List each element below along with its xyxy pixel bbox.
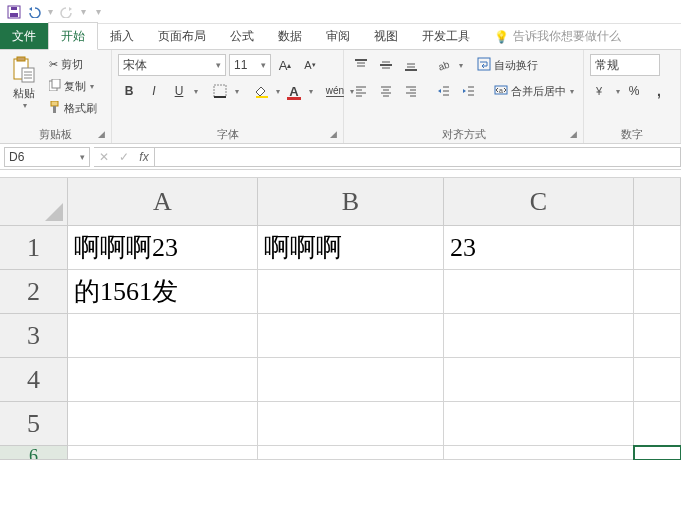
chevron-down-icon: ▾ — [235, 87, 239, 96]
tab-file[interactable]: 文件 — [0, 23, 48, 49]
cell-a6[interactable] — [68, 446, 258, 460]
bold-button[interactable]: B — [118, 80, 140, 102]
cell-d3[interactable] — [634, 314, 681, 358]
dialog-launcher-icon[interactable]: ◢ — [98, 129, 105, 139]
formula-bar: D6▾ ✕ ✓ fx — [0, 144, 681, 170]
copy-icon — [49, 79, 61, 93]
tab-data[interactable]: 数据 — [266, 23, 314, 49]
accounting-format-button[interactable]: ¥ — [590, 80, 612, 102]
cancel-icon[interactable]: ✕ — [94, 147, 114, 167]
redo-icon[interactable] — [59, 4, 75, 20]
tab-formulas[interactable]: 公式 — [218, 23, 266, 49]
row-header-6[interactable]: 6 — [0, 446, 68, 460]
save-icon[interactable] — [6, 4, 22, 20]
column-header-d[interactable] — [634, 178, 681, 226]
row-header-5[interactable]: 5 — [0, 402, 68, 446]
tab-view[interactable]: 视图 — [362, 23, 410, 49]
dialog-launcher-icon[interactable]: ◢ — [570, 129, 577, 139]
qat-customize[interactable]: ▾ — [96, 6, 101, 17]
align-left-button[interactable] — [350, 80, 372, 102]
cut-button[interactable]: ✂剪切 — [46, 54, 100, 74]
cell-c6[interactable] — [444, 446, 634, 460]
fill-color-button[interactable] — [250, 80, 272, 102]
cell-b5[interactable] — [258, 402, 444, 446]
cell-c1[interactable]: 23 — [444, 226, 634, 270]
align-right-button[interactable] — [400, 80, 422, 102]
italic-button[interactable]: I — [143, 80, 165, 102]
undo-icon[interactable] — [26, 4, 42, 20]
cell-a3[interactable] — [68, 314, 258, 358]
cell-b4[interactable] — [258, 358, 444, 402]
copy-button[interactable]: 复制▾ — [46, 76, 100, 96]
border-button[interactable] — [209, 80, 231, 102]
svg-text:¥: ¥ — [595, 85, 603, 97]
tab-layout[interactable]: 页面布局 — [146, 23, 218, 49]
formula-input[interactable] — [155, 147, 681, 167]
font-name-combo[interactable]: 宋体▾ — [118, 54, 226, 76]
percent-button[interactable]: % — [623, 80, 645, 102]
number-format-combo[interactable]: 常规 — [590, 54, 660, 76]
merge-center-button[interactable]: a合并后居中▾ — [491, 80, 577, 102]
cell-b1[interactable]: 啊啊啊 — [258, 226, 444, 270]
tell-me[interactable]: 💡 告诉我你想要做什么 — [482, 23, 633, 49]
align-center-button[interactable] — [375, 80, 397, 102]
cell-a1[interactable]: 啊啊啊23 — [68, 226, 258, 270]
increase-indent-button[interactable] — [458, 80, 480, 102]
group-number-label: 数字 — [621, 127, 643, 142]
font-size-combo[interactable]: 11▾ — [229, 54, 271, 76]
format-painter-button[interactable]: 格式刷 — [46, 98, 100, 118]
group-alignment: ab▾ 自动换行 a合并后居中▾ 对齐方式◢ — [344, 50, 584, 143]
row-header-3[interactable]: 3 — [0, 314, 68, 358]
font-color-button[interactable]: A — [283, 80, 305, 102]
cell-d2[interactable] — [634, 270, 681, 314]
align-bottom-button[interactable] — [400, 54, 422, 76]
cell-d4[interactable] — [634, 358, 681, 402]
cell-b2[interactable] — [258, 270, 444, 314]
row-header-1[interactable]: 1 — [0, 226, 68, 270]
underline-button[interactable]: U — [168, 80, 190, 102]
cell-c4[interactable] — [444, 358, 634, 402]
cell-a4[interactable] — [68, 358, 258, 402]
select-all-corner[interactable] — [0, 178, 68, 226]
cell-a5[interactable] — [68, 402, 258, 446]
chevron-down-icon: ▾ — [459, 61, 463, 70]
align-middle-button[interactable] — [375, 54, 397, 76]
dialog-launcher-icon[interactable]: ◢ — [330, 129, 337, 139]
orientation-button[interactable]: ab — [433, 54, 455, 76]
cell-c5[interactable] — [444, 402, 634, 446]
cell-d6[interactable] — [634, 446, 681, 460]
cell-b6[interactable] — [258, 446, 444, 460]
tab-review[interactable]: 审阅 — [314, 23, 362, 49]
fx-icon[interactable]: fx — [134, 147, 154, 167]
quick-access-toolbar: ▾ ▾ ▾ — [0, 0, 681, 24]
tab-developer[interactable]: 开发工具 — [410, 23, 482, 49]
cell-b3[interactable] — [258, 314, 444, 358]
cell-d5[interactable] — [634, 402, 681, 446]
cell-c2[interactable] — [444, 270, 634, 314]
name-box-value: D6 — [9, 150, 24, 164]
comma-button[interactable]: , — [648, 80, 670, 102]
cell-c3[interactable] — [444, 314, 634, 358]
row-header-4[interactable]: 4 — [0, 358, 68, 402]
align-top-button[interactable] — [350, 54, 372, 76]
cell-a2[interactable]: 的1561发 — [68, 270, 258, 314]
column-header-c[interactable]: C — [444, 178, 634, 226]
tab-home[interactable]: 开始 — [48, 22, 98, 50]
wrap-text-button[interactable]: 自动换行 — [474, 54, 541, 76]
tell-me-label: 告诉我你想要做什么 — [513, 28, 621, 45]
tab-insert[interactable]: 插入 — [98, 23, 146, 49]
grid-row: 1 啊啊啊23 啊啊啊 23 — [0, 226, 681, 270]
decrease-indent-button[interactable] — [433, 80, 455, 102]
column-header-a[interactable]: A — [68, 178, 258, 226]
enter-icon[interactable]: ✓ — [114, 147, 134, 167]
paste-button[interactable]: 粘贴 ▾ — [6, 54, 42, 112]
name-box[interactable]: D6▾ — [4, 147, 90, 167]
increase-font-button[interactable]: A▴ — [274, 54, 296, 76]
phonetic-button[interactable]: wén — [324, 80, 346, 102]
decrease-font-button[interactable]: A▾ — [299, 54, 321, 76]
column-header-b[interactable]: B — [258, 178, 444, 226]
chevron-down-icon: ▾ — [276, 87, 280, 96]
clipboard-icon — [10, 56, 38, 84]
cell-d1[interactable] — [634, 226, 681, 270]
row-header-2[interactable]: 2 — [0, 270, 68, 314]
